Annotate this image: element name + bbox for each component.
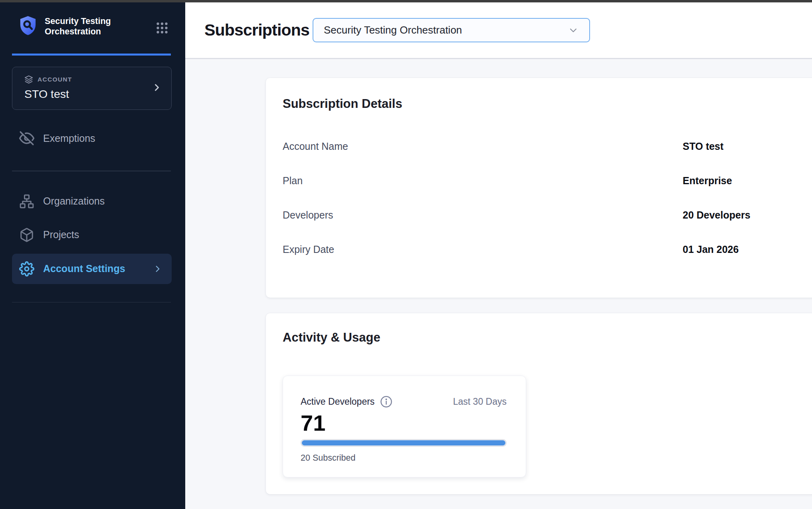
account-name: STO test [24, 87, 162, 101]
page-header: Subscriptions Security Testing Orchestra… [185, 2, 812, 59]
detail-label: Account Name [283, 141, 683, 152]
info-icon[interactable] [380, 395, 393, 408]
detail-row-plan: Plan Enterprise [283, 163, 812, 198]
gear-icon [19, 261, 34, 276]
sidebar-accent-divider [12, 54, 171, 56]
detail-row-expiry-date: Expiry Date 01 Jan 2026 [283, 232, 812, 266]
org-chart-icon [19, 194, 34, 209]
main-area: Subscriptions Security Testing Orchestra… [185, 2, 812, 509]
stat-value: 71 [301, 412, 507, 435]
subscription-details-card: Subscription Details Account Name STO te… [266, 78, 812, 298]
chevron-right-icon [151, 82, 162, 95]
detail-value: Enterprise [683, 175, 732, 187]
sidebar-divider [12, 171, 171, 171]
sidebar: Security Testing Orchestration [0, 2, 185, 509]
page-title: Subscriptions [204, 21, 309, 40]
detail-label: Developers [283, 209, 683, 221]
layers-icon [24, 75, 33, 84]
sidebar-item-organizations[interactable]: Organizations [0, 189, 185, 214]
sidebar-item-label: Projects [43, 229, 79, 241]
app-switcher-grid-icon[interactable] [155, 21, 169, 36]
sidebar-item-account-settings[interactable]: Account Settings [12, 254, 172, 284]
module-selector-dropdown[interactable]: Security Testing Orchestration [313, 18, 590, 42]
sidebar-item-projects[interactable]: Projects [0, 223, 185, 247]
detail-value: 20 Developers [683, 209, 751, 221]
app-title: Security Testing Orchestration [45, 16, 127, 37]
sidebar-item-label: Organizations [43, 195, 105, 207]
detail-label: Expiry Date [283, 244, 683, 255]
activity-usage-title: Activity & Usage [283, 331, 812, 344]
stat-label: Active Developers [301, 396, 374, 407]
chevron-down-icon [568, 25, 579, 36]
detail-value: STO test [683, 141, 723, 152]
detail-row-developers: Developers 20 Developers [283, 198, 812, 232]
page-content: Subscription Details Account Name STO te… [185, 59, 812, 509]
detail-label: Plan [283, 175, 683, 187]
detail-value: 01 Jan 2026 [683, 244, 739, 255]
stat-footnote: 20 Subscribed [301, 453, 507, 463]
subscription-details-rows: Account Name STO test Plan Enterprise De… [283, 129, 812, 266]
sidebar-item-label: Account Settings [43, 263, 125, 274]
app-root: Security Testing Orchestration [0, 2, 812, 509]
sidebar-divider [12, 302, 171, 303]
sidebar-header: Security Testing Orchestration [0, 2, 185, 38]
cube-icon [19, 227, 34, 243]
account-scope-label: ACCOUNT [38, 76, 72, 83]
usage-progress-fill [302, 440, 505, 445]
eye-off-icon [19, 131, 34, 146]
detail-row-account-name: Account Name STO test [283, 129, 812, 163]
sidebar-item-label: Exemptions [43, 133, 95, 144]
sto-shield-logo-icon [17, 14, 39, 38]
sidebar-item-exemptions[interactable]: Exemptions [0, 126, 185, 151]
chevron-right-icon [152, 264, 163, 274]
module-selector-value: Security Testing Orchestration [324, 24, 462, 36]
activity-usage-card: Activity & Usage Active Developers Last … [266, 313, 812, 494]
active-developers-stat-card: Active Developers Last 30 Days 71 [283, 376, 526, 477]
usage-progress-track [301, 439, 507, 447]
sidebar-nav: Exemptions Organizations [0, 126, 185, 302]
account-scope-card[interactable]: ACCOUNT STO test [12, 67, 172, 110]
stat-period: Last 30 Days [453, 396, 507, 407]
subscription-details-title: Subscription Details [283, 97, 812, 111]
sidebar-settings-group: Organizations Projects [0, 189, 185, 284]
